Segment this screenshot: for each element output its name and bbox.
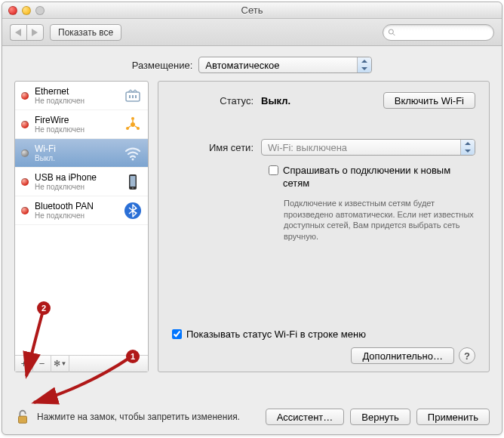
service-status: Не подключен [35,183,118,191]
show-all-button[interactable]: Показать все [50,24,121,41]
revert-button[interactable]: Вернуть [350,409,410,425]
question-icon: ? [464,350,470,362]
search-field-container[interactable] [383,24,494,41]
svg-marker-1 [32,29,38,36]
sidebar-item-bluetooth[interactable]: Bluetooth PANНе подключен [15,196,148,225]
location-label: Размещение: [132,60,193,71]
ethernet-icon [124,87,142,105]
service-name: Wi-Fi [35,143,118,154]
lock-icon[interactable] [14,409,31,425]
gear-icon: ✻ [54,359,60,369]
svg-rect-14 [19,416,27,423]
service-status: Не подключен [35,97,118,105]
search-input[interactable] [399,27,489,38]
action-menu-button[interactable]: ✻▼ [51,356,69,372]
sidebar-item-wifi[interactable]: Wi-FiВыкл. [15,139,148,168]
annotation-badge-1: 1 [126,350,140,363]
triangle-left-icon [15,29,22,36]
help-button[interactable]: ? [459,347,475,364]
detail-pane: Статус: Выкл. Включить Wi-Fi Имя сети: W… [158,81,490,372]
bluetooth-icon [124,202,142,220]
svg-point-12 [132,187,134,189]
services-sidebar: EthernetНе подключен FireWireНе подключе… [14,81,149,372]
service-name: Ethernet [35,86,118,97]
location-value: Автоматическое [205,60,279,71]
titlebar: Сеть [2,2,502,19]
network-name-popup[interactable]: Wi-Fi: выключена [261,139,475,156]
show-menubar-checkbox[interactable] [172,329,182,339]
svg-rect-11 [131,176,136,187]
network-name-value: Wi-Fi: выключена [268,142,347,153]
lock-text: Нажмите на замок, чтобы запретить измене… [37,412,260,422]
network-name-label: Имя сети: [172,142,261,153]
toolbar: Показать все [2,19,502,46]
show-menubar-label: Показывать статус Wi-Fi в строке меню [186,328,366,340]
advanced-button[interactable]: Дополнительно… [351,347,454,364]
sidebar-item-ethernet[interactable]: EthernetНе подключен [15,82,148,110]
remove-service-button[interactable]: − [33,356,51,372]
svg-line-3 [393,33,395,35]
status-value: Выкл. [261,95,290,106]
apply-button[interactable]: Применить [416,409,490,425]
chevron-down-icon: ▼ [61,360,67,367]
status-dot [21,178,29,186]
svg-point-9 [132,158,134,160]
status-dot [21,207,29,214]
toggle-wifi-button[interactable]: Включить Wi-Fi [383,92,475,109]
search-icon [388,28,396,37]
forward-button[interactable] [26,24,44,41]
location-popup[interactable]: Автоматическое [198,57,372,73]
window-title: Сеть [2,5,502,16]
sidebar-item-firewire[interactable]: FireWireНе подключен [15,110,148,139]
iphone-icon [124,173,142,191]
service-name: Bluetooth PAN [35,201,118,211]
service-status: Не подключен [35,211,118,220]
service-status: Выкл. [35,154,118,162]
firewire-icon [124,116,142,134]
status-label: Статус: [172,95,261,106]
status-dot [21,150,29,157]
ask-new-networks-checkbox[interactable] [269,165,278,175]
svg-point-2 [389,29,393,33]
service-name: FireWire [35,115,118,125]
annotation-badge-2: 2 [37,301,51,315]
status-dot [21,121,29,128]
back-button[interactable] [10,24,26,41]
ask-help-text: Подключение к известным сетям будет прои… [284,198,475,242]
ask-new-networks-label: Спрашивать о подключении к новым сетям [283,165,475,190]
svg-point-6 [131,117,134,120]
service-status: Не подключен [35,125,118,134]
assistant-button[interactable]: Ассистент… [266,409,345,425]
sidebar-item-usb-iphone[interactable]: USB на iPhoneНе подключен [15,168,148,196]
triangle-right-icon [32,29,38,36]
wifi-icon [124,144,142,162]
svg-marker-0 [15,29,21,36]
add-service-button[interactable]: + [15,356,33,372]
service-name: USB на iPhone [35,172,118,183]
bottom-bar: Нажмите на замок, чтобы запретить измене… [2,401,502,434]
status-dot [21,92,29,100]
